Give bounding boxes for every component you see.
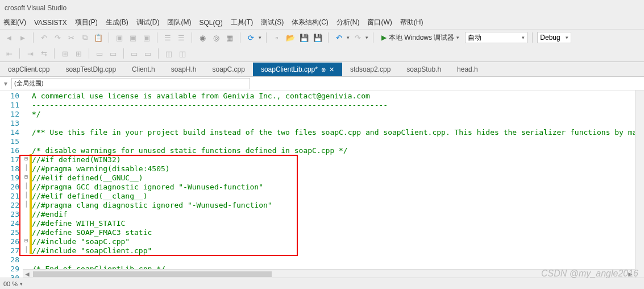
- line-gutter: 1011121314151617181920212223242526272829…: [0, 90, 23, 278]
- tab[interactable]: stdsoap2.cpp: [342, 63, 398, 76]
- fold-column[interactable]: ⊟│⊟│││⊟│: [23, 90, 30, 278]
- open-icon[interactable]: 📂: [285, 32, 296, 43]
- tool-icon[interactable]: ⊞: [59, 48, 70, 59]
- nav-drop-icon[interactable]: ▾: [0, 78, 11, 89]
- menu-team[interactable]: 团队(M): [167, 18, 191, 27]
- menu-tools[interactable]: 工具(T): [231, 18, 253, 27]
- outdent-icon[interactable]: ⇥: [24, 48, 36, 59]
- play-icon: ▶: [381, 34, 387, 42]
- tab[interactable]: Client.h: [124, 63, 163, 76]
- cut-icon[interactable]: ✂: [65, 32, 77, 43]
- tab[interactable]: soapH.h: [163, 63, 205, 76]
- menu-test[interactable]: 测试(S): [261, 18, 284, 27]
- window-title: crosoft Visual Studio: [5, 4, 67, 12]
- tool-icon[interactable]: ◫: [163, 48, 174, 59]
- save-all-icon[interactable]: 💾: [312, 32, 323, 43]
- menu-sql[interactable]: SQL(Q): [199, 19, 222, 27]
- tool-icon[interactable]: ▭: [128, 48, 140, 59]
- tool-icon[interactable]: ☰: [176, 32, 187, 43]
- tab[interactable]: oapClient.cpp: [0, 63, 57, 76]
- tab[interactable]: soapStub.h: [398, 63, 449, 76]
- undo2-icon[interactable]: ↶: [333, 32, 344, 43]
- zoom-level[interactable]: 00 %: [3, 280, 18, 287]
- menu-bar: 视图(V) VASSISTX 项目(P) 生成(B) 调试(D) 团队(M) S…: [0, 16, 644, 30]
- tool-icon[interactable]: ◫: [177, 48, 188, 59]
- refresh-icon[interactable]: ⟳: [245, 32, 256, 43]
- toolbars: ◄ ► ↶ ↷ ✂ ⧉ 📋 ▣ ▣ ▣ ☰ ☰ ◉ ◎ ▦ ⟳ ▾ ▫ 📂 💾 …: [0, 30, 644, 62]
- scope-dropdown[interactable]: (全局范围): [11, 78, 250, 89]
- tool-icon[interactable]: ⇆: [38, 48, 49, 59]
- horizontal-scrollbar[interactable]: ◄ ►: [23, 269, 635, 278]
- status-bar: 00 % ▾: [0, 278, 644, 289]
- scroll-right-icon[interactable]: ►: [626, 270, 635, 278]
- save-icon[interactable]: 💾: [298, 32, 310, 43]
- menu-window[interactable]: 窗口(W): [367, 18, 392, 27]
- nav-bar: ▾ (全局范围): [0, 77, 644, 90]
- undo-icon[interactable]: ↶: [38, 32, 49, 43]
- title-bar: crosoft Visual Studio: [0, 0, 644, 16]
- menu-build[interactable]: 生成(B): [106, 18, 128, 27]
- redo2-icon[interactable]: ↷: [352, 32, 363, 43]
- nav-back-icon[interactable]: ◄: [3, 32, 15, 43]
- tool-icon[interactable]: ⊞: [73, 48, 84, 59]
- menu-view[interactable]: 视图(V): [3, 18, 26, 27]
- menu-vassist[interactable]: VASSISTX: [34, 19, 67, 27]
- tool-icon[interactable]: ▭: [107, 48, 119, 59]
- close-icon[interactable]: ✕: [329, 66, 334, 73]
- tool-icon[interactable]: ☰: [162, 32, 173, 43]
- build-config-dropdown[interactable]: Debug ▾: [537, 32, 571, 43]
- config-dropdown[interactable]: 自动 ▾: [465, 32, 527, 43]
- scroll-left-icon[interactable]: ◄: [23, 270, 32, 278]
- tool-icon[interactable]: ▣: [141, 32, 152, 43]
- menu-debug[interactable]: 调试(D): [136, 18, 160, 27]
- menu-analyze[interactable]: 分析(N): [336, 18, 360, 27]
- vertical-scrollbar[interactable]: [635, 90, 644, 278]
- code-area[interactable]: A commercial use license is available fr…: [32, 90, 644, 278]
- tool-icon[interactable]: ◉: [197, 32, 208, 43]
- nav-fwd-icon[interactable]: ►: [17, 32, 28, 43]
- menu-arch[interactable]: 体系结构(C): [292, 18, 329, 27]
- pin-icon[interactable]: ⊕: [321, 67, 326, 73]
- tool-icon[interactable]: ▦: [224, 32, 235, 43]
- menu-project[interactable]: 项目(P): [75, 18, 98, 27]
- menu-help[interactable]: 帮助(H): [400, 18, 423, 27]
- tool-icon[interactable]: ▣: [114, 32, 125, 43]
- run-button[interactable]: ▶ 本地 Windows 调试器 ▾: [378, 32, 463, 44]
- tab[interactable]: soapTestDlg.cpp: [57, 63, 124, 76]
- tab[interactable]: soapC.cpp: [205, 63, 253, 76]
- code-editor[interactable]: 1011121314151617181920212223242526272829…: [0, 90, 644, 278]
- redo-icon[interactable]: ↷: [52, 32, 63, 43]
- paste-icon[interactable]: 📋: [93, 32, 104, 43]
- indent-icon[interactable]: ⇤: [3, 48, 15, 59]
- copy-icon[interactable]: ⧉: [79, 32, 90, 43]
- tool-icon[interactable]: ▭: [94, 48, 105, 59]
- tab[interactable]: head.h: [449, 63, 486, 76]
- tool-icon[interactable]: ◎: [210, 32, 222, 43]
- tool-icon[interactable]: ▣: [127, 32, 139, 43]
- new-icon[interactable]: ▫: [271, 32, 282, 43]
- tool-icon[interactable]: ▭: [142, 48, 153, 59]
- tab-bar: oapClient.cppsoapTestDlg.cppClient.hsoap…: [0, 62, 644, 77]
- tab[interactable]: soapClientLib.cpp*⊕✕: [253, 63, 342, 76]
- scroll-thumb[interactable]: [33, 271, 272, 277]
